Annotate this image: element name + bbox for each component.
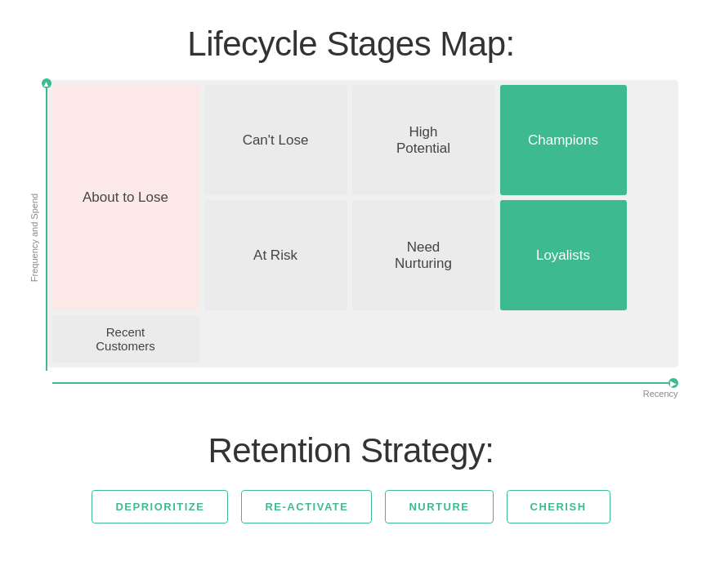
btn-reactivate[interactable]: RE-ACTIVATE [241, 490, 372, 523]
y-axis: ▲ Frequency and Spend [25, 80, 47, 395]
strategy-buttons-container: DEPRIORITIZE RE-ACTIVATE NURTURE CHERISH [92, 490, 610, 523]
x-axis-label: Recency [643, 389, 678, 399]
cell-about-to-lose: About to Lose [52, 85, 199, 310]
x-axis-arrow-icon: ▶ [668, 378, 678, 388]
retention-title: Retention Strategy: [208, 431, 494, 470]
x-axis: ▶ Recency [47, 371, 678, 395]
cell-champions: Champions [500, 85, 627, 195]
btn-cherish[interactable]: CHERISH [507, 490, 610, 523]
y-axis-line [46, 80, 47, 371]
cell-loyalists: Loyalists [500, 200, 627, 310]
x-axis-line [52, 382, 668, 384]
cell-cant-lose: Can't Lose [204, 85, 347, 195]
btn-nurture[interactable]: NURTURE [385, 490, 493, 523]
cell-high-potential: HighPotential [352, 85, 495, 195]
cell-at-risk: At Risk [204, 200, 347, 310]
btn-deprioritize[interactable]: DEPRIORITIZE [92, 490, 228, 523]
y-axis-arrow-icon: ▲ [42, 78, 51, 88]
cell-recent-customers: RecentCustomers [52, 315, 199, 363]
y-axis-label: Frequency and Spend [29, 194, 39, 282]
lifecycle-title: Lifecycle Stages Map: [187, 24, 514, 64]
lifecycle-grid: About to Lose Can't Lose HighPotential C… [47, 80, 678, 368]
cell-need-nurturing: NeedNurturing [352, 200, 495, 310]
lifecycle-map: ▲ Frequency and Spend About to Lose Can'… [25, 80, 678, 395]
grid-container: About to Lose Can't Lose HighPotential C… [47, 80, 678, 395]
